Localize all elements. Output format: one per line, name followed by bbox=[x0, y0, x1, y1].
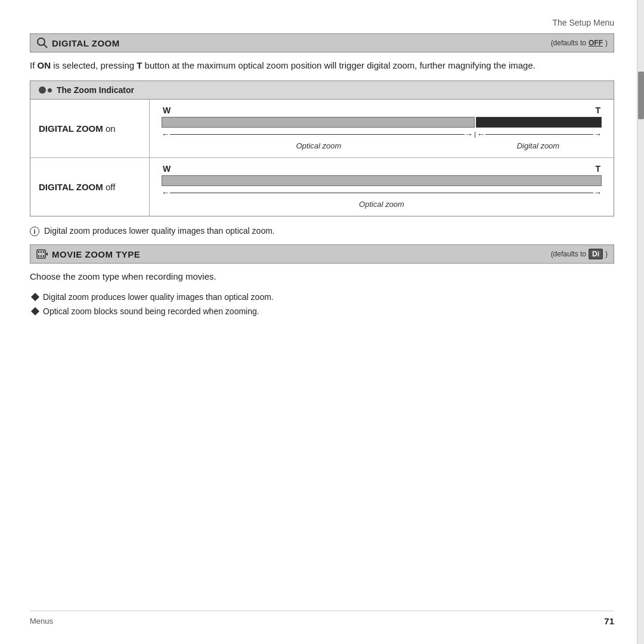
digital-zoom-label: DIGITAL ZOOM bbox=[52, 38, 120, 48]
optical-bar-only bbox=[162, 175, 602, 186]
dot-small bbox=[48, 88, 52, 92]
zoom-labels-off: Optical zoom bbox=[162, 200, 602, 209]
right-arrow-head: ← bbox=[477, 130, 485, 138]
digital-label-on: Digital zoom bbox=[476, 141, 600, 150]
movie-zoom-section-header: MOVIE ZOOM TYPE (defaults to Di ) bbox=[30, 244, 614, 264]
zoom-off-label: DIGITAL ZOOM off bbox=[30, 158, 150, 216]
zoom-indicator-title: The Zoom Indicator bbox=[57, 85, 134, 95]
page-footer: Menus 71 bbox=[30, 611, 614, 626]
w-label-off: W bbox=[163, 164, 171, 174]
movie-zoom-body: Choose the zoom type when recording movi… bbox=[30, 270, 614, 283]
optical-label-off: Optical zoom bbox=[163, 200, 600, 209]
zoom-off-row: DIGITAL ZOOM off W T ← → bbox=[30, 158, 614, 216]
zoom-indicator-header: The Zoom Indicator bbox=[30, 81, 614, 100]
off-arrow-line bbox=[170, 193, 593, 194]
optical-label-on: Optical zoom bbox=[163, 141, 475, 150]
zoom-off-text: off bbox=[103, 182, 116, 192]
footer-page-number: 71 bbox=[604, 616, 614, 626]
movie-zoom-title: MOVIE ZOOM TYPE bbox=[36, 248, 140, 260]
t-label-off: T bbox=[595, 164, 600, 174]
off-arrow-right: → bbox=[593, 188, 602, 197]
defaults-label: (defaults to bbox=[551, 39, 586, 47]
optical-bar bbox=[162, 117, 475, 128]
zoom-indicator-box: The Zoom Indicator DIGITAL ZOOM on W T bbox=[30, 80, 614, 216]
svg-rect-5 bbox=[43, 251, 44, 253]
digital-bar bbox=[476, 117, 602, 128]
zoom-on-row: DIGITAL ZOOM on W T ← bbox=[30, 100, 614, 158]
arrow-divider: | bbox=[473, 131, 477, 138]
diamond-icon-2 bbox=[31, 306, 39, 315]
wt-labels-off: W T bbox=[162, 164, 602, 174]
footer-menus-label: Menus bbox=[30, 617, 53, 626]
page-header-text: The Setup Menu bbox=[552, 18, 614, 27]
page-header: The Setup Menu bbox=[30, 18, 614, 27]
movie-zoom-label: MOVIE ZOOM TYPE bbox=[52, 249, 140, 259]
defaults-suffix: ) bbox=[605, 39, 608, 47]
svg-rect-4 bbox=[41, 251, 42, 253]
digital-zoom-title: DIGITAL ZOOM bbox=[36, 37, 120, 49]
bullet-text-1: Digital zoom produces lower quality imag… bbox=[43, 292, 274, 302]
defaults-value: OFF bbox=[589, 39, 603, 47]
digital-zoom-defaults: (defaults to OFF) bbox=[551, 39, 608, 47]
note-text: Digital zoom produces lower quality imag… bbox=[44, 226, 275, 236]
off-arrow-left: ← bbox=[162, 188, 170, 197]
zoom-off-bold: DIGITAL ZOOM bbox=[39, 182, 103, 192]
digital-zoom-body: If ON is selected, pressing T button at … bbox=[30, 58, 614, 72]
dot-large bbox=[39, 86, 46, 94]
digital-zoom-section-header: DIGITAL ZOOM (defaults to OFF) bbox=[30, 33, 614, 52]
arrow-row-off: ← → bbox=[162, 188, 602, 197]
zoom-on-content: W T ← → | bbox=[150, 100, 614, 157]
arrow-left-segment: ← → bbox=[162, 130, 473, 138]
arrow-right-segment: ← → bbox=[477, 130, 602, 138]
zoom-labels-on: Optical zoom Digital zoom bbox=[162, 141, 602, 150]
movie-defaults-label: (defaults to bbox=[551, 250, 586, 258]
t-label-on: T bbox=[595, 106, 600, 115]
svg-rect-7 bbox=[41, 255, 42, 257]
movie-bullet-2: Optical zoom blocks sound being recorded… bbox=[30, 306, 614, 316]
left-arrow-right: → bbox=[465, 130, 473, 138]
svg-rect-6 bbox=[38, 255, 39, 257]
left-arrow-head: ← bbox=[162, 130, 170, 138]
movie-defaults-suffix: ) bbox=[605, 250, 608, 258]
bullet-text-2: Optical zoom blocks sound being recorded… bbox=[43, 306, 259, 316]
zoom-bar-off bbox=[162, 175, 602, 186]
zoom-on-text: on bbox=[106, 123, 116, 134]
w-label-on: W bbox=[163, 106, 171, 115]
right-arrow-right: → bbox=[593, 130, 602, 138]
arrow-row-on: ← → | ← → bbox=[162, 130, 602, 138]
zoom-on-bold: DIGITAL ZOOM bbox=[39, 123, 103, 134]
dot-icon bbox=[39, 86, 52, 94]
zoom-bar-on bbox=[162, 117, 602, 128]
wt-labels-on: W T bbox=[162, 106, 602, 115]
left-arrow-line bbox=[170, 134, 465, 135]
zoom-on-label: DIGITAL ZOOM on bbox=[30, 100, 150, 157]
svg-point-0 bbox=[38, 38, 45, 45]
diamond-icon-1 bbox=[31, 292, 39, 301]
movie-zoom-defaults: (defaults to Di ) bbox=[551, 249, 608, 259]
svg-line-1 bbox=[44, 45, 48, 48]
movie-bullet-1: Digital zoom produces lower quality imag… bbox=[30, 292, 614, 302]
scrollbar-thumb[interactable] bbox=[638, 72, 644, 119]
di-badge: Di bbox=[589, 249, 603, 259]
right-arrow-line bbox=[485, 134, 593, 135]
scrollbar[interactable] bbox=[637, 0, 644, 644]
magnifier-icon bbox=[36, 37, 48, 49]
zoom-off-content: W T ← → Optical zoom bbox=[150, 158, 614, 216]
info-icon: i bbox=[30, 227, 39, 236]
digital-zoom-note: i Digital zoom produces lower quality im… bbox=[30, 226, 614, 236]
svg-rect-8 bbox=[43, 255, 44, 257]
arrow-off-segment: ← → bbox=[162, 188, 602, 197]
svg-rect-3 bbox=[38, 251, 39, 253]
movie-icon bbox=[36, 248, 48, 260]
page: The Setup Menu DIGITAL ZOOM (defaults to… bbox=[0, 0, 644, 644]
